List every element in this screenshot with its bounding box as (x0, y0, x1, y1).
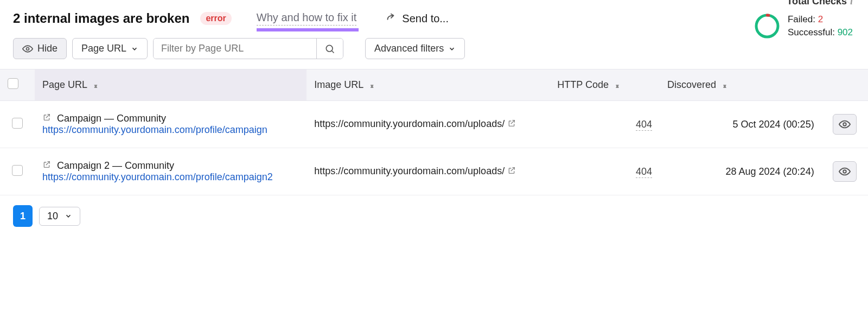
table-row: Campaign — Community https://community.y… (0, 101, 868, 148)
svg-point-3 (756, 15, 778, 37)
page-title: 2 internal images are broken (13, 11, 189, 26)
total-checks-block: Failed: 2 Successful: 902 (754, 13, 853, 39)
why-how-to-fix-link[interactable]: Why and how to fix it (257, 11, 357, 26)
share-arrow-icon (385, 12, 397, 24)
view-button[interactable] (833, 114, 857, 135)
advanced-filters-button[interactable]: Advanced filters (365, 38, 465, 59)
row-title: Campaign — Community (57, 113, 166, 124)
chevron-down-icon (131, 45, 138, 53)
http-code[interactable]: 404 (636, 119, 652, 131)
table-row: Campaign 2 — Community https://community… (0, 148, 868, 195)
col-image-url[interactable]: Image URL ▲▼ (307, 69, 550, 101)
eye-icon (839, 166, 851, 177)
view-button[interactable] (833, 161, 857, 182)
failed-count: 2 (818, 14, 823, 24)
discovered-date: 5 Oct 2024 (00:25) (733, 119, 814, 130)
row-checkbox[interactable] (12, 165, 23, 176)
current-page[interactable]: 1 (13, 205, 33, 227)
info-icon[interactable]: i (850, 0, 853, 7)
progress-ring-icon (754, 13, 780, 39)
page-url-link[interactable]: https://community.yourdomain.com/profile… (42, 172, 273, 182)
hide-button[interactable]: Hide (13, 38, 67, 59)
page-url-dropdown-label: Page URL (81, 43, 126, 54)
search-icon (324, 43, 335, 54)
external-link-icon[interactable] (42, 160, 54, 171)
successful-count: 902 (838, 27, 853, 37)
svg-point-1 (326, 45, 333, 52)
hide-label: Hide (37, 43, 58, 54)
col-page-url[interactable]: Page URL ▲▼ (35, 69, 307, 101)
fix-it-label: Why and how to fix it (257, 11, 357, 23)
http-code[interactable]: 404 (636, 166, 652, 178)
chevron-down-icon (448, 45, 456, 53)
chevron-down-icon (65, 212, 72, 220)
error-badge: error (200, 12, 231, 25)
svg-point-4 (844, 123, 847, 126)
eye-icon (22, 43, 33, 54)
advanced-filters-label: Advanced filters (374, 43, 444, 54)
svg-point-5 (844, 170, 847, 173)
image-url-text: https://community.yourdomain.com/uploads… (314, 166, 505, 176)
successful-row: Successful: 902 (788, 26, 853, 39)
page-size-select[interactable]: 10 (39, 207, 80, 226)
external-link-icon[interactable] (507, 166, 516, 177)
send-to-label: Send to... (402, 12, 449, 25)
row-title: Campaign 2 — Community (57, 160, 174, 171)
failed-row: Failed: 2 (788, 13, 853, 26)
eye-icon (839, 118, 851, 130)
pagination: 1 10 (0, 195, 868, 237)
select-all-checkbox[interactable] (8, 78, 18, 89)
col-http-code[interactable]: HTTP Code ▲▼ (550, 69, 660, 101)
external-link-icon[interactable] (42, 113, 54, 124)
results-table: Page URL ▲▼ Image URL ▲▼ HTTP Code ▲▼ Di… (0, 69, 868, 195)
page-url-link[interactable]: https://community.yourdomain.com/profile… (42, 124, 267, 135)
svg-point-0 (27, 47, 29, 50)
discovered-date: 28 Aug 2024 (20:24) (726, 166, 814, 177)
total-checks-title: Total Checks i (787, 0, 853, 7)
col-discovered[interactable]: Discovered ▲▼ (660, 69, 822, 101)
external-link-icon[interactable] (507, 119, 516, 130)
send-to-button[interactable]: Send to... (385, 12, 449, 25)
page-size-value: 10 (47, 211, 58, 222)
filter-input[interactable] (154, 39, 316, 59)
page-url-dropdown[interactable]: Page URL (72, 38, 148, 59)
row-checkbox[interactable] (12, 118, 23, 129)
search-button[interactable] (316, 39, 343, 59)
filter-input-group (153, 38, 343, 59)
image-url-text: https://community.yourdomain.com/uploads… (314, 118, 505, 129)
svg-line-2 (332, 50, 334, 53)
